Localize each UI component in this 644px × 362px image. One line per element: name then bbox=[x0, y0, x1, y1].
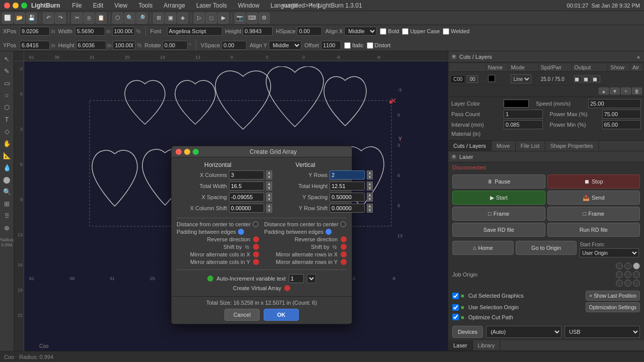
hspace-input[interactable] bbox=[297, 27, 322, 36]
x-spacing-up[interactable]: ▲ bbox=[266, 193, 272, 197]
camera-button[interactable]: 📷 bbox=[234, 13, 246, 24]
goto-origin-button[interactable]: Go to Origin bbox=[516, 241, 577, 255]
start-button[interactable]: ▶ bbox=[218, 13, 229, 24]
height2-input[interactable] bbox=[243, 27, 273, 36]
welded-checkbox[interactable] bbox=[443, 28, 449, 35]
y-row-shift-up[interactable]: ▲ bbox=[367, 204, 373, 208]
menu-tools[interactable]: Tools bbox=[136, 1, 154, 10]
mirror-cols-y-toggle[interactable] bbox=[253, 259, 259, 265]
use-selection-checkbox[interactable] bbox=[452, 304, 459, 311]
select-tool[interactable]: ↖ bbox=[2, 53, 13, 64]
close-button[interactable] bbox=[4, 3, 10, 9]
align-button[interactable]: ⊞ bbox=[153, 13, 164, 24]
console-button[interactable]: ⌨ bbox=[247, 13, 258, 24]
tab-move[interactable]: Move bbox=[492, 141, 516, 151]
start-from-select[interactable]: User Origin bbox=[580, 248, 639, 257]
cut-button[interactable]: ✂ bbox=[71, 13, 83, 24]
cancel-button[interactable]: Cancel bbox=[224, 309, 260, 321]
pause-button[interactable]: ⏸ Pause bbox=[452, 174, 545, 189]
device-select[interactable]: (Auto) bbox=[486, 326, 561, 338]
interface-select[interactable]: USB bbox=[565, 326, 640, 338]
cuts-layers-close[interactable]: ✕ bbox=[451, 54, 456, 59]
boolean-tool[interactable]: ⊕ bbox=[2, 222, 13, 233]
tab-library[interactable]: Library bbox=[473, 340, 501, 350]
x-columns-input[interactable] bbox=[229, 170, 264, 179]
cuts-scroll-down[interactable]: ▼ bbox=[610, 87, 620, 95]
devices-button[interactable]: Devices bbox=[452, 326, 483, 338]
group-button[interactable]: ▣ bbox=[165, 13, 176, 24]
frame-button-2[interactable]: □ Frame bbox=[547, 207, 640, 221]
origin-dot-tl[interactable] bbox=[616, 262, 623, 269]
rect-tool[interactable]: ▭ bbox=[2, 77, 13, 88]
polygon-tool[interactable]: ⬡ bbox=[2, 102, 13, 113]
upper-case-checkbox[interactable] bbox=[402, 28, 409, 35]
x-col-shift-up[interactable]: ▲ bbox=[266, 204, 272, 208]
padding-h-radio[interactable] bbox=[238, 229, 244, 235]
power-min-input[interactable] bbox=[602, 120, 641, 129]
origin-dot-mc[interactable] bbox=[624, 271, 631, 278]
y-spacing-up[interactable]: ▲ bbox=[367, 193, 373, 197]
new-file-button[interactable]: ⬜ bbox=[2, 13, 13, 24]
open-file-button[interactable]: 📂 bbox=[14, 13, 25, 24]
dist-center-v-radio[interactable] bbox=[340, 221, 346, 227]
select-button[interactable]: ⬡ bbox=[112, 13, 123, 24]
width-input[interactable] bbox=[75, 27, 105, 36]
y-row-shift-input[interactable] bbox=[330, 204, 365, 213]
padding-v-radio[interactable] bbox=[326, 229, 332, 235]
tab-shape-properties[interactable]: Shape Properties bbox=[545, 141, 599, 151]
y-row-shift-down[interactable]: ▼ bbox=[367, 208, 373, 213]
fill-tool[interactable]: ⬤ bbox=[2, 174, 13, 185]
offset-input[interactable] bbox=[321, 41, 341, 50]
tab-laser[interactable]: Laser bbox=[448, 340, 473, 350]
cuts-add[interactable]: + bbox=[621, 87, 631, 95]
ok-button[interactable]: OK bbox=[264, 309, 299, 321]
ypos-input[interactable] bbox=[20, 41, 50, 50]
shift-by-v-toggle[interactable] bbox=[341, 244, 347, 250]
dialog-min-btn[interactable] bbox=[184, 149, 190, 155]
bold-checkbox[interactable] bbox=[380, 28, 386, 35]
origin-dot-bc[interactable] bbox=[624, 280, 631, 287]
total-width-input[interactable] bbox=[229, 182, 264, 191]
rotate-input[interactable] bbox=[163, 41, 188, 50]
measure-tool[interactable]: 📐 bbox=[2, 150, 13, 161]
y-rows-up[interactable]: ▲ bbox=[367, 170, 373, 175]
send-button[interactable]: 📤 Send bbox=[547, 191, 640, 205]
menu-view[interactable]: View bbox=[112, 1, 129, 10]
zoom-in-button[interactable]: 🔍 bbox=[124, 13, 135, 24]
distort-checkbox[interactable] bbox=[367, 42, 373, 49]
maximize-button[interactable] bbox=[21, 3, 27, 9]
mirror-cols-x-toggle[interactable] bbox=[253, 251, 259, 257]
y-spacing-down[interactable]: ▼ bbox=[367, 197, 373, 202]
origin-dot-mr[interactable] bbox=[633, 271, 640, 278]
xpos-input[interactable] bbox=[20, 27, 50, 36]
cuts-layers-expand[interactable]: ▲ bbox=[636, 54, 641, 59]
shift-by-h-toggle[interactable] bbox=[253, 244, 259, 250]
text-tool[interactable]: T bbox=[2, 114, 13, 125]
auto-increment-toggle[interactable] bbox=[207, 276, 213, 282]
x-spacing-down[interactable]: ▼ bbox=[266, 197, 272, 202]
cut-selected-checkbox[interactable] bbox=[452, 293, 459, 299]
optimize-settings-button[interactable]: Optimization Settings bbox=[586, 302, 640, 312]
origin-dot-tc[interactable] bbox=[624, 262, 631, 269]
total-width-up[interactable]: ▲ bbox=[266, 182, 272, 186]
menu-arrange[interactable]: Arrange bbox=[162, 1, 187, 10]
paste-button[interactable]: 📋 bbox=[96, 13, 107, 24]
laser-panel-close[interactable]: ✕ bbox=[451, 154, 456, 159]
menu-laser-tools[interactable]: Laser Tools bbox=[194, 1, 229, 10]
align-y-select[interactable]: Middle bbox=[269, 41, 301, 50]
vspace-input[interactable] bbox=[221, 41, 247, 50]
copy-button[interactable]: ⎘ bbox=[84, 13, 95, 24]
frame-button-1[interactable]: □ Frame bbox=[452, 207, 545, 221]
menu-edit[interactable]: Edit bbox=[91, 1, 106, 10]
optimize-cut-checkbox[interactable] bbox=[452, 314, 459, 320]
auto-increment-input[interactable] bbox=[289, 274, 304, 283]
laser-fire-button[interactable]: ▷ bbox=[194, 13, 205, 24]
origin-dot-br[interactable] bbox=[633, 280, 640, 287]
x-columns-up[interactable]: ▲ bbox=[266, 170, 272, 175]
circle-tool[interactable]: ○ bbox=[2, 89, 13, 101]
grid-tool[interactable]: ⊞ bbox=[2, 198, 13, 209]
origin-dot-ml[interactable] bbox=[616, 271, 623, 278]
stop-button[interactable]: ⏹ Stop bbox=[547, 174, 640, 189]
italic-checkbox[interactable] bbox=[344, 42, 351, 49]
power-max-input[interactable] bbox=[602, 110, 641, 119]
